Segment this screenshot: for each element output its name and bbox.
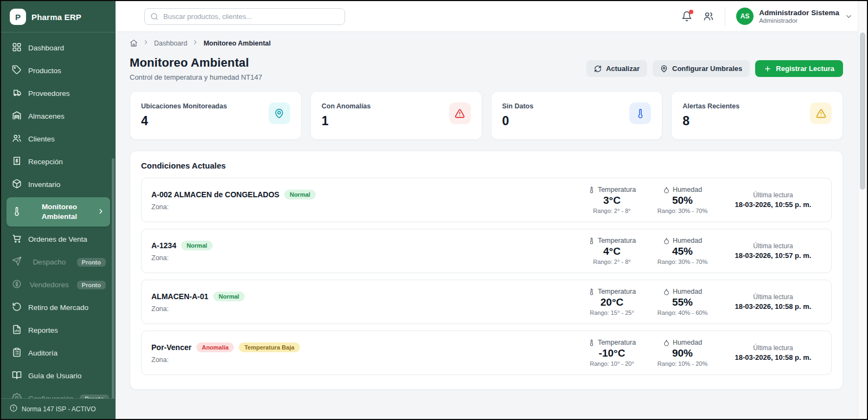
sidebar-item-label: Ordenes de Venta — [28, 235, 87, 243]
users-menu-button[interactable] — [703, 11, 714, 22]
condition-info: ALMACEN-A-01 Normal Zona: — [151, 292, 245, 313]
condition-row: A-002 ALMACEN de CONGELADOS Normal Zona:… — [141, 178, 832, 222]
configure-thresholds-button[interactable]: Configurar Umbrales — [653, 60, 750, 77]
temperature-metric: Temperatura 20°C Rango: 15° - 25° — [586, 288, 638, 316]
last-reading: Última lectura 18-03-2026, 10:55 p. m. — [727, 191, 819, 209]
sidebar-item-monitoreo-ambiental[interactable]: Monitoreo Ambiental — [7, 197, 110, 227]
last-reading: Última lectura 18-03-2026, 10:57 p. m. — [727, 242, 819, 260]
sidebar-item-inventario[interactable]: Inventario — [7, 175, 110, 195]
sidebar-item-vendedores[interactable]: Vendedores Pronto — [7, 275, 110, 295]
condition-metrics: Temperatura 3°C Rango: 2° - 8° Humedad 5… — [586, 186, 821, 214]
stat-card-anomalias: Con Anomalías 1 — [310, 91, 482, 140]
sidebar-item-guia-de-usuario[interactable]: Guía de Usuario — [7, 366, 110, 386]
sidebar-item-label: Inventario — [28, 180, 60, 189]
norma-status-label: Norma 147 ISP - ACTIVO — [22, 405, 96, 413]
user-info: Administrador Sistema Administrador — [759, 9, 839, 24]
sidebar-item-proveedores[interactable]: Proveedores — [7, 83, 110, 104]
logo-icon: P — [10, 9, 26, 25]
register-reading-button[interactable]: Registrar Lectura — [755, 60, 843, 77]
stat-label: Sin Datos — [502, 100, 534, 110]
sidebar-item-clientes[interactable]: Clientes — [7, 129, 110, 149]
breadcrumb-current: Monitoreo Ambiental — [203, 40, 271, 47]
sidebar-item-label: Configuración — [28, 395, 73, 398]
temperature-value: -10°C — [586, 347, 638, 359]
sidebar-item-label: Recepción — [28, 158, 63, 166]
last-reading-value: 18-03-2026, 10:58 p. m. — [727, 353, 819, 361]
stat-card-sin-datos: Sin Datos 0 — [491, 91, 663, 140]
avatar: AS — [736, 8, 754, 25]
droplet-icon — [663, 339, 670, 346]
thermometer-icon — [588, 339, 595, 346]
stat-label: Con Anomalías — [322, 100, 371, 110]
search-icon — [150, 12, 158, 21]
refresh-button[interactable]: Actualizar — [586, 60, 647, 77]
conditions-title: Condiciones Actuales — [141, 161, 832, 170]
temperature-range: Rango: 2° - 8° — [586, 208, 638, 214]
zone-label: Zona: — [151, 203, 316, 211]
humidity-label: Humedad — [673, 186, 702, 193]
temperature-range: Rango: 10° - 20° — [586, 360, 638, 367]
sidebar-scrollbar[interactable] — [112, 158, 114, 398]
humidity-label: Humedad — [673, 339, 702, 346]
sidebar-item-reportes[interactable]: Reportes — [7, 320, 110, 340]
topbar: AS Administrador Sistema Administrador — [116, 1, 867, 32]
condition-metrics: Temperatura 20°C Rango: 15° - 25° Humeda… — [586, 288, 821, 316]
user-menu[interactable]: AS Administrador Sistema Administrador — [736, 8, 853, 25]
sidebar-item-label: Reportes — [28, 326, 58, 334]
notifications-button[interactable] — [681, 11, 692, 22]
sidebar-item-almacenes[interactable]: Almacenes — [7, 106, 110, 126]
sidebar-item-configuracion[interactable]: Configuración Pronto — [7, 389, 110, 398]
stat-text: Alertas Recientes 8 — [682, 100, 739, 131]
breadcrumb-dashboard[interactable]: Dashboard — [154, 40, 187, 47]
search-input[interactable] — [144, 8, 345, 25]
humidity-metric: Humedad 55% Rango: 40% - 60% — [656, 288, 709, 316]
scrollbar-thumb[interactable] — [860, 33, 865, 190]
stat-text: Ubicaciones Monitoreadas 4 — [141, 100, 227, 131]
refresh-icon — [594, 65, 602, 73]
last-reading-value: 18-03-2026, 10:58 p. m. — [727, 302, 819, 311]
humidity-range: Rango: 30% - 70% — [656, 208, 709, 214]
humidity-value: 90% — [656, 347, 709, 359]
register-reading-label: Registrar Lectura — [776, 64, 834, 73]
stat-value: 0 — [502, 114, 534, 128]
home-icon[interactable] — [130, 39, 138, 47]
stat-label: Ubicaciones Monitoreadas — [141, 100, 227, 110]
breadcrumb: Dashboard Monitoreo Ambiental — [130, 32, 843, 53]
main-area: AS Administrador Sistema Administrador D… — [116, 1, 867, 419]
droplet-icon — [663, 237, 670, 244]
sidebar-footer-status: Norma 147 ISP - ACTIVO — [1, 398, 116, 419]
sidebar-item-retiro-de-mercado[interactable]: Retiro de Mercado — [7, 298, 110, 318]
app-title: Pharma ERP — [31, 12, 81, 22]
sidebar-item-label: Guía de Usuario — [28, 372, 81, 380]
sidebar-item-productos[interactable]: Productos — [7, 61, 110, 81]
temperature-range: Rango: 2° - 8° — [586, 259, 638, 265]
status-badge: Temperatura Baja — [239, 343, 299, 352]
sidebar-item-label: Auditoría — [28, 349, 58, 357]
sidebar-item-label: Retiro de Mercado — [28, 303, 88, 312]
humidity-metric: Humedad 90% Rango: 10% - 20% — [656, 339, 709, 367]
sidebar-item-dashboard[interactable]: Dashboard — [7, 38, 110, 58]
user-name: Administrador Sistema — [759, 9, 839, 17]
humidity-value: 50% — [656, 195, 709, 206]
stat-text: Sin Datos 0 — [502, 100, 534, 131]
temperature-label: Temperatura — [598, 237, 636, 244]
conditions-panel: Condiciones Actuales A-002 ALMACEN de CO… — [130, 151, 843, 390]
stat-value: 4 — [141, 114, 227, 128]
stat-card-ubicaciones: Ubicaciones Monitoreadas 4 — [130, 91, 302, 140]
location-name: Por-Vencer — [151, 343, 192, 352]
temperature-value: 3°C — [586, 195, 638, 206]
plus-icon — [764, 65, 771, 73]
sidebar-item-recepcion[interactable]: Recepción — [7, 152, 110, 172]
temperature-label: Temperatura — [598, 186, 636, 193]
sidebar-item-ordenes-de-venta[interactable]: Ordenes de Venta — [7, 229, 110, 249]
last-reading-value: 18-03-2026, 10:57 p. m. — [727, 251, 819, 260]
zone-label: Zona: — [151, 254, 213, 262]
sidebar-item-auditoria[interactable]: Auditoría — [7, 343, 110, 363]
humidity-label: Humedad — [673, 237, 702, 244]
humidity-range: Rango: 30% - 70% — [656, 259, 709, 265]
sidebar-item-despacho[interactable]: Despacho Pronto — [7, 252, 110, 272]
page-heading-block: Monitoreo Ambiental Control de temperatu… — [130, 56, 262, 81]
temperature-label: Temperatura — [598, 288, 636, 295]
main-scrollbar[interactable] — [858, 1, 867, 419]
grid-icon — [12, 42, 22, 54]
